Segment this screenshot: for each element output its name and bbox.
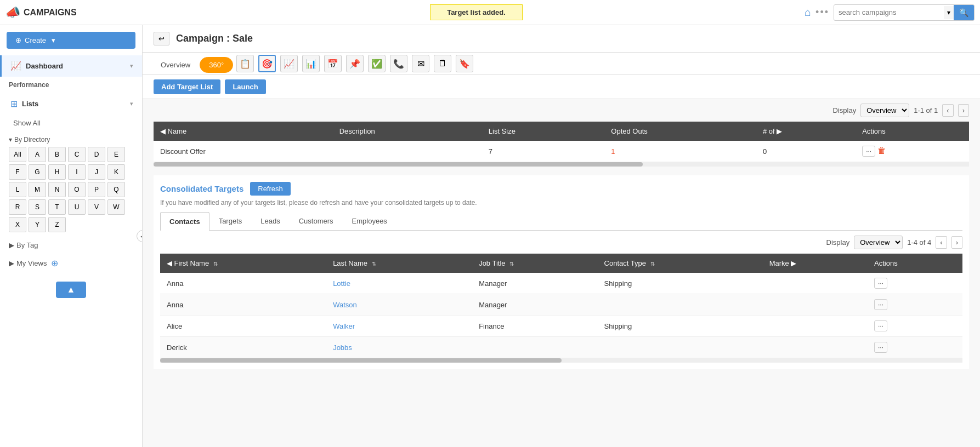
sub-tab-targets[interactable]: Targets — [209, 212, 252, 230]
sub-tab-employees[interactable]: Employees — [343, 212, 396, 230]
letter-e-button[interactable]: E — [107, 147, 125, 162]
letter-y-button[interactable]: Y — [29, 217, 46, 232]
cell-contact-type — [598, 294, 763, 316]
cell-contact-actions: ··· — [868, 337, 962, 358]
letter-p-button[interactable]: P — [88, 182, 105, 197]
contacts-display-select[interactable]: Overview — [854, 236, 903, 249]
tab-pin-icon[interactable]: 📌 — [346, 55, 364, 72]
main-layout: ⊕ Create ▾ 📈 Dashboard ▾ Performance ⊞ L… — [0, 25, 980, 447]
create-button[interactable]: ⊕ Create ▾ — [7, 32, 135, 49]
tab-check-icon[interactable]: ✅ — [368, 55, 386, 72]
more-options-button[interactable]: ••• — [815, 7, 829, 18]
letter-x-button[interactable]: X — [9, 217, 26, 232]
cell-marke — [763, 273, 868, 294]
letter-k-button[interactable]: K — [107, 164, 125, 180]
col-job-title[interactable]: Job Title ⇅ — [472, 254, 597, 273]
sub-tab-customers[interactable]: Customers — [290, 212, 343, 230]
tab-chart-icon[interactable]: 📈 — [280, 55, 298, 72]
launch-button[interactable]: Launch — [225, 79, 265, 94]
tab-overview[interactable]: Overview — [154, 56, 197, 74]
col-marke[interactable]: Marke ▶ — [763, 254, 868, 273]
tab-phone-icon[interactable]: 📞 — [390, 55, 407, 72]
dashboard-label: Dashboard — [26, 62, 126, 70]
col-opted-outs: Opted Outs — [604, 122, 756, 141]
letter-v-button[interactable]: V — [88, 199, 105, 215]
sub-tab-contacts[interactable]: Contacts — [160, 212, 209, 231]
sub-tab-leads[interactable]: Leads — [251, 212, 289, 230]
contact-actions-button[interactable]: ··· — [874, 342, 887, 353]
cell-num-of: 0 — [756, 141, 856, 162]
search-submit-button[interactable]: 🔍 — [954, 5, 974, 20]
cell-contact-type: Shipping — [598, 316, 763, 337]
contacts-scrollbar[interactable] — [160, 358, 962, 363]
search-dropdown-button[interactable]: ▾ — [944, 6, 954, 19]
row-actions-button[interactable]: ··· — [862, 146, 875, 157]
add-view-icon[interactable]: ⊕ — [51, 258, 58, 268]
letter-m-button[interactable]: M — [29, 182, 46, 197]
table-scrollbar[interactable] — [154, 162, 969, 167]
letter-g-button[interactable]: G — [29, 164, 46, 180]
contact-actions-button[interactable]: ··· — [874, 299, 887, 310]
table-row: Anna Watson Manager ··· — [160, 294, 962, 316]
my-views-section[interactable]: ▶ My Views ⊕ — [0, 254, 142, 273]
opted-outs-link[interactable]: 1 — [611, 147, 615, 156]
tab-360[interactable]: 360° — [200, 57, 233, 73]
letter-u-button[interactable]: U — [68, 199, 86, 215]
letter-f-button[interactable]: F — [9, 164, 26, 180]
tab-email-icon[interactable]: ✉ — [412, 55, 429, 72]
letter-o-button[interactable]: O — [68, 182, 86, 197]
letter-h-button[interactable]: H — [48, 164, 66, 180]
table-row: Discount Offer 7 1 0 ··· 🗑 — [154, 141, 969, 162]
letter-s-button[interactable]: S — [29, 199, 46, 215]
display-select[interactable]: Overview — [860, 104, 909, 117]
contacts-next-button[interactable]: › — [951, 236, 962, 249]
letter-j-button[interactable]: J — [88, 164, 105, 180]
sidebar-item-dashboard[interactable]: 📈 Dashboard ▾ — [0, 55, 142, 77]
letter-z-button[interactable]: Z — [48, 217, 66, 232]
refresh-button[interactable]: Refresh — [250, 182, 291, 196]
tab-tag-icon[interactable]: 🔖 — [456, 55, 473, 72]
tab-target-icon[interactable]: 🎯 — [258, 55, 276, 72]
contact-actions-button[interactable]: ··· — [874, 278, 887, 289]
by-tag-section[interactable]: ▶ By Tag — [0, 237, 142, 254]
cell-contact-actions: ··· — [868, 316, 962, 337]
back-button[interactable]: ↩ — [154, 32, 169, 45]
show-all-item[interactable]: Show All — [0, 114, 142, 131]
letter-w-button[interactable]: W — [107, 199, 125, 215]
by-directory-label[interactable]: ▾ By Directory — [9, 136, 133, 144]
prev-page-button[interactable]: ‹ — [942, 104, 953, 117]
tab-calendar-icon[interactable]: 📅 — [324, 55, 342, 72]
letter-i-button[interactable]: I — [68, 164, 86, 180]
letter-r-button[interactable]: R — [9, 199, 26, 215]
tab-bar-chart-icon[interactable]: 📊 — [302, 55, 320, 72]
col-last-name[interactable]: Last Name ⇅ — [326, 254, 472, 273]
next-page-button[interactable]: › — [958, 104, 969, 117]
contacts-prev-button[interactable]: ‹ — [936, 236, 947, 249]
sidebar-item-lists[interactable]: ⊞ Lists ▾ — [0, 93, 142, 114]
scroll-up-button[interactable]: ▲ — [56, 282, 87, 298]
letter-all-button[interactable]: All — [9, 147, 26, 162]
letter-b-button[interactable]: B — [48, 147, 66, 162]
letter-q-button[interactable]: Q — [107, 182, 125, 197]
add-target-list-button[interactable]: Add Target List — [154, 79, 220, 94]
tab-note-icon[interactable]: 🗒 — [434, 55, 451, 72]
home-button[interactable]: ⌂ — [805, 6, 811, 19]
cell-description — [333, 141, 482, 162]
col-contact-type[interactable]: Contact Type ⇅ — [598, 254, 763, 273]
letter-d-button[interactable]: D — [88, 147, 105, 162]
cell-name: Discount Offer — [154, 141, 333, 162]
letter-l-button[interactable]: L — [9, 182, 26, 197]
display-label: Display — [833, 106, 857, 114]
letter-t-button[interactable]: T — [48, 199, 66, 215]
row-delete-button[interactable]: 🗑 — [877, 146, 886, 156]
letter-c-button[interactable]: C — [68, 147, 86, 162]
letter-n-button[interactable]: N — [48, 182, 66, 197]
search-input[interactable] — [834, 5, 944, 19]
by-tag-label: By Tag — [16, 241, 38, 249]
cell-marke — [763, 294, 868, 316]
col-first-name[interactable]: ◀ First Name ⇅ — [160, 254, 326, 273]
letter-a-button[interactable]: A — [29, 147, 46, 162]
tab-clipboard-icon[interactable]: 📋 — [236, 55, 254, 72]
my-views-label: My Views — [16, 259, 47, 267]
contact-actions-button[interactable]: ··· — [874, 320, 887, 331]
